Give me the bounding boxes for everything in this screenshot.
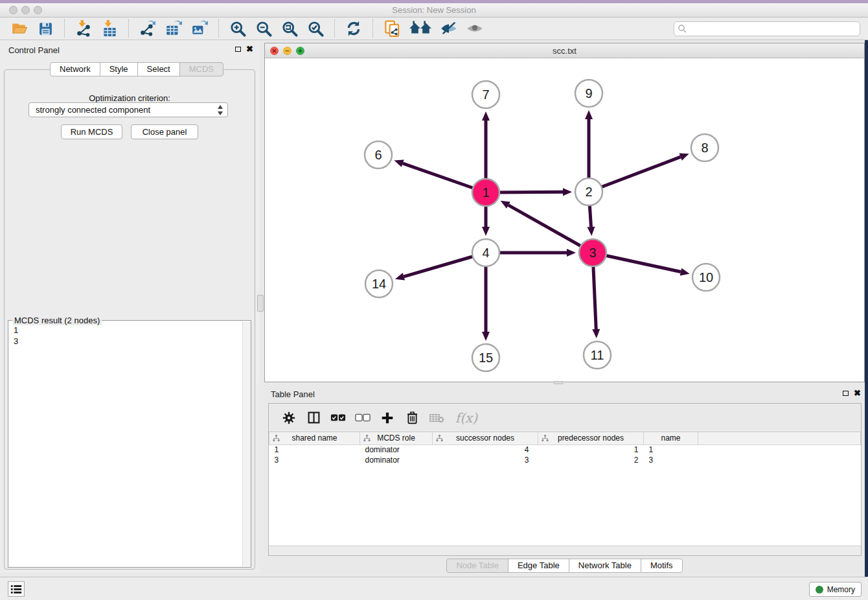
run-mcds-button[interactable]: Run MCDS (61, 124, 122, 139)
toolbar-separator (218, 19, 219, 38)
table-horizontal-scrollbar[interactable] (269, 546, 861, 555)
select-all-icon[interactable] (329, 409, 347, 427)
float-panel-icon[interactable] (235, 47, 241, 52)
window-title: Session: New Session (0, 3, 868, 17)
horizontal-split-grip[interactable] (554, 381, 563, 384)
cell-shared-name[interactable]: 3 (269, 455, 360, 465)
zoom-selected-icon[interactable] (306, 19, 325, 38)
tab-mcds[interactable]: MCDS (179, 62, 223, 76)
home-icon[interactable] (408, 19, 433, 38)
network-minimize-button[interactable] (283, 47, 291, 55)
node-table-container: f(x) shared name MCDS role successor nod… (268, 403, 862, 556)
select-stepper-icon (217, 105, 223, 117)
open-session-icon[interactable] (10, 19, 29, 38)
window-minimize-button[interactable] (21, 6, 30, 14)
hide-eye-icon[interactable] (439, 19, 459, 38)
mcds-result-text[interactable]: 1 3 (14, 325, 18, 347)
network-graph[interactable]: 7968124314101511 (265, 58, 864, 382)
cell-predecessor-nodes[interactable]: 2 (538, 455, 644, 465)
task-history-button[interactable] (8, 581, 25, 597)
graph-edge-2-8[interactable] (589, 157, 681, 192)
cell-shared-name[interactable]: 1 (269, 444, 360, 455)
tab-network-table[interactable]: Network Table (569, 559, 641, 573)
graph-node-label: 6 (374, 148, 382, 162)
cell-mcds-role[interactable]: dominator (360, 455, 433, 465)
graph-arrowhead (395, 273, 405, 281)
copy-view-icon[interactable] (382, 19, 402, 38)
split-columns-icon[interactable] (304, 409, 323, 427)
network-window-title: scc.txt (265, 43, 864, 58)
cell-successor-nodes[interactable]: 3 (433, 455, 538, 465)
table-row[interactable]: 1 dominator 4 1 1 (269, 444, 861, 455)
zoom-in-icon[interactable] (228, 19, 247, 38)
network-window-titlebar[interactable]: scc.txt (265, 43, 864, 58)
close-panel-icon[interactable]: ✖ (246, 46, 253, 52)
table-header-row: shared name MCDS role successor nodes pr… (269, 432, 861, 444)
graph-edge-3-1[interactable] (508, 205, 593, 253)
network-close-button[interactable] (270, 47, 279, 55)
window-close-button[interactable] (9, 6, 17, 14)
mcds-result-box: MCDS result (2 nodes) 1 3 (8, 320, 251, 568)
col-shared-name[interactable]: shared name (269, 432, 360, 444)
memory-button[interactable]: Memory (809, 582, 862, 597)
zoom-fit-icon[interactable] (280, 19, 299, 38)
tab-network[interactable]: Network (50, 62, 100, 76)
graph-arrowhead (592, 329, 600, 338)
export-table-icon[interactable] (164, 19, 183, 38)
criterion-select[interactable]: strongly connected component (29, 102, 228, 117)
col-successor-nodes[interactable]: successor nodes (433, 432, 538, 444)
show-eye-icon[interactable] (465, 19, 485, 38)
tab-motifs[interactable]: Motifs (641, 559, 683, 573)
toolbar-separator (334, 19, 335, 38)
graph-arrowhead (585, 110, 593, 119)
cell-name[interactable]: 3 (644, 455, 698, 465)
table-row[interactable]: 3 dominator 3 2 3 (269, 455, 861, 465)
col-predecessor-nodes[interactable]: predecessor nodes (538, 432, 644, 444)
graph-arrowhead (563, 188, 572, 196)
tab-node-table[interactable]: Node Table (446, 559, 508, 573)
tab-edge-table[interactable]: Edge Table (508, 559, 569, 573)
graph-node-label: 2 (585, 185, 592, 199)
panel-divider-handle[interactable] (257, 295, 264, 312)
trash-icon[interactable] (403, 409, 421, 427)
close-table-panel-icon[interactable]: ✖ (854, 390, 861, 397)
unselect-all-icon[interactable] (354, 409, 372, 427)
refresh-view-icon[interactable] (344, 19, 363, 38)
optimization-criterion-label: Optimization criterion: (0, 93, 259, 103)
cell-successor-nodes[interactable]: 4 (433, 444, 538, 455)
import-network-icon[interactable] (74, 19, 93, 38)
graph-arrowhead (679, 154, 689, 161)
cell-name[interactable]: 1 (644, 444, 698, 455)
cell-mcds-role[interactable]: dominator (360, 444, 433, 455)
tree-icon (363, 435, 371, 444)
table-panel: Table Panel ✖ (264, 386, 865, 577)
function-builder-icon[interactable]: f(x) (452, 409, 481, 427)
graph-node-label: 9 (585, 86, 592, 100)
tab-select[interactable]: Select (137, 62, 180, 76)
col-name[interactable]: name (644, 432, 698, 444)
graph-arrowhead (680, 268, 690, 276)
import-table-icon[interactable] (100, 19, 119, 38)
gear-icon[interactable] (280, 409, 298, 427)
cell-predecessor-nodes[interactable]: 1 (538, 444, 644, 455)
float-table-panel-icon[interactable] (843, 391, 849, 396)
add-icon[interactable] (378, 409, 396, 427)
col-mcds-role[interactable]: MCDS role (360, 432, 433, 444)
window-zoom-button[interactable] (34, 6, 42, 14)
memory-status-icon (816, 586, 823, 594)
network-zoom-button[interactable] (296, 47, 304, 55)
search-icon (678, 24, 687, 34)
export-network-icon[interactable] (138, 19, 157, 38)
save-session-icon[interactable] (36, 19, 55, 38)
search-input[interactable] (674, 21, 860, 36)
graph-arrowhead (482, 227, 490, 236)
delete-table-icon[interactable] (428, 409, 446, 427)
graph-arrowhead (587, 227, 595, 236)
mcds-result-scrollbar[interactable] (242, 321, 251, 566)
tree-icon (542, 435, 549, 444)
export-image-icon[interactable] (190, 19, 209, 38)
tab-style[interactable]: Style (100, 62, 138, 76)
zoom-out-icon[interactable] (254, 19, 273, 38)
close-panel-button[interactable]: Close panel (131, 124, 198, 139)
table-toolbar: f(x) (269, 404, 861, 432)
